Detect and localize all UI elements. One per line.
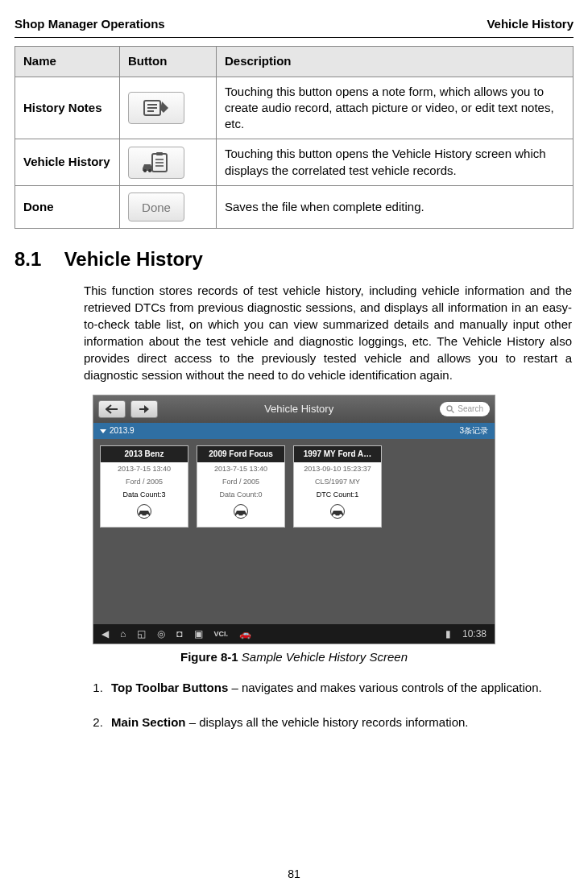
row-button-cell: Done (120, 185, 217, 228)
nav-clock: 10:38 (462, 627, 487, 640)
row-button-cell (120, 77, 217, 139)
search-icon (446, 405, 454, 413)
card-count: Data Count:0 (197, 488, 284, 501)
svg-point-21 (339, 514, 342, 517)
car-icon (229, 504, 253, 519)
device-main: 2013 Benz 2013-7-15 13:40 Ford / 2005 Da… (93, 439, 495, 624)
card-count: DTC Count:1 (294, 488, 381, 501)
nav-recent-icon[interactable]: ◱ (137, 627, 146, 640)
header-left: Shop Manager Operations (14, 16, 165, 32)
table-row: Vehicle History Touching this button (15, 139, 574, 186)
svg-point-14 (139, 514, 143, 517)
car-icon (325, 504, 350, 519)
svg-point-18 (242, 514, 246, 517)
card-title: 2013 Benz (101, 446, 188, 462)
svg-point-11 (447, 406, 452, 411)
row-name: History Notes (15, 77, 120, 139)
device-navbar: ◀ ⌂ ◱ ◎ ◘ ▣ VCI. 🚗 ▮ 10:38 (93, 624, 495, 644)
card-title: 2009 Ford Focus (197, 446, 284, 462)
nav-vci-icon[interactable]: VCI. (214, 629, 229, 639)
card-icon-wrap (101, 501, 188, 527)
card-icon-wrap (294, 501, 381, 527)
card-sub: Ford / 2005 (101, 475, 188, 488)
vehicle-history-button[interactable] (128, 147, 184, 179)
done-button[interactable]: Done (128, 192, 184, 221)
section-number: 8.1 (14, 246, 59, 272)
row-name: Vehicle History (15, 139, 120, 186)
svg-point-10 (148, 169, 151, 172)
band-left: 2013.9 (100, 425, 135, 437)
row-name: Done (15, 185, 120, 228)
list-lead: Main Section (111, 715, 186, 729)
nav-car-icon[interactable]: 🚗 (239, 627, 251, 640)
card-time: 2013-7-15 13:40 (101, 462, 188, 475)
row-description: Touching this button opens a note form, … (217, 77, 574, 139)
nav-back-icon[interactable]: ◀ (101, 627, 109, 640)
nav-battery-icon: ▮ (445, 627, 451, 640)
back-arrow-icon (106, 404, 118, 414)
nav-camera-icon[interactable]: ◘ (176, 627, 182, 640)
section-title: Vehicle History (64, 248, 203, 270)
th-description: Description (217, 47, 574, 77)
device-toolbar: Vehicle History Search (93, 395, 495, 423)
history-card[interactable]: 2013 Benz 2013-7-15 13:40 Ford / 2005 Da… (100, 445, 188, 527)
share-button[interactable] (130, 400, 158, 418)
card-sub: Ford / 2005 (197, 475, 284, 488)
nav-home-icon[interactable]: ⌂ (120, 627, 126, 640)
search-placeholder: Search (458, 404, 483, 415)
list-rest: – navigates and makes various controls o… (228, 681, 541, 694)
table-row: History Notes Touching this button opens… (15, 77, 574, 139)
clipboard-car-icon (141, 152, 172, 173)
svg-rect-5 (156, 152, 163, 155)
share-icon (139, 404, 150, 414)
header-right: Vehicle History (487, 16, 574, 32)
section-paragraph: This function stores records of test veh… (84, 282, 572, 383)
list-item: Top Toolbar Buttons – navigates and make… (106, 677, 574, 698)
list-lead: Top Toolbar Buttons (111, 681, 228, 694)
figure-label: Figure 8-1 (180, 650, 238, 664)
toolbar-title: Vehicle History (163, 402, 435, 416)
svg-point-20 (333, 514, 336, 517)
svg-point-15 (146, 514, 149, 517)
page-header: Shop Manager Operations Vehicle History (14, 16, 574, 32)
notes-icon (143, 98, 170, 118)
car-icon (132, 504, 156, 519)
svg-point-17 (236, 514, 239, 517)
card-time: 2013-7-15 13:40 (197, 462, 284, 475)
history-card[interactable]: 1997 MY Ford A… 2013-09-10 15:23:37 CLS/… (293, 445, 382, 527)
header-rule (14, 37, 574, 38)
th-name: Name (15, 47, 120, 77)
history-card[interactable]: 2009 Ford Focus 2013-7-15 13:40 Ford / 2… (197, 445, 285, 527)
row-description: Touching this button opens the Vehicle H… (217, 139, 574, 186)
nav-browser-icon[interactable]: ◎ (157, 627, 165, 640)
card-icon-wrap (197, 501, 284, 527)
table-row: Done Done Saves the file when complete e… (15, 185, 574, 228)
back-button[interactable] (98, 400, 126, 418)
search-field[interactable]: Search (440, 402, 490, 416)
figure: Vehicle History Search 2013.9 3条记录 2013 … (14, 395, 574, 665)
th-button: Button (120, 47, 217, 77)
svg-line-12 (452, 411, 454, 413)
card-count: Data Count:3 (101, 488, 188, 501)
numbered-list: Top Toolbar Buttons – navigates and make… (84, 677, 574, 733)
device-screenshot: Vehicle History Search 2013.9 3条记录 2013 … (93, 395, 495, 644)
card-sub: CLS/1997 MY (294, 475, 381, 488)
date-band[interactable]: 2013.9 3条记录 (93, 423, 495, 439)
history-notes-button[interactable] (128, 92, 184, 124)
figure-title: Sample Vehicle History Screen (238, 650, 408, 664)
button-description-table: Name Button Description History Notes To… (14, 46, 574, 229)
band-right: 3条记录 (459, 425, 488, 437)
row-button-cell (120, 139, 217, 186)
figure-caption: Figure 8-1 Sample Vehicle History Screen (14, 649, 574, 665)
list-rest: – displays all the vehicle history recor… (186, 715, 469, 729)
nav-app-icon[interactable]: ▣ (194, 627, 203, 640)
table-header-row: Name Button Description (15, 47, 574, 77)
section-heading: 8.1 Vehicle History (14, 246, 574, 272)
card-time: 2013-09-10 15:23:37 (294, 462, 381, 475)
svg-point-9 (143, 169, 147, 172)
card-title: 1997 MY Ford A… (294, 446, 381, 462)
chevron-down-icon (100, 429, 106, 433)
row-description: Saves the file when complete editing. (217, 185, 574, 228)
list-item: Main Section – displays all the vehicle … (106, 711, 574, 733)
page-number: 81 (0, 867, 588, 882)
